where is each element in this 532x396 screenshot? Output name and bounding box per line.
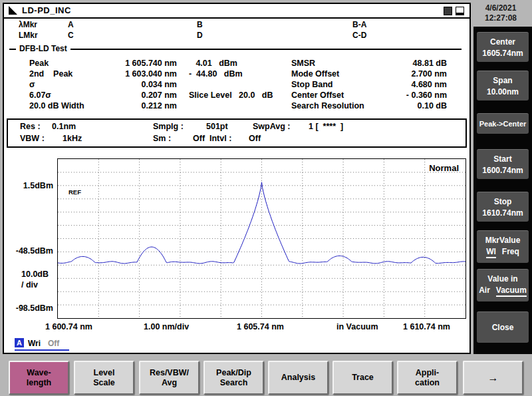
datetime-display: 4/6/2021 12:27:08	[472, 3, 529, 23]
result-wavelength: 1 605.740 nm	[90, 59, 177, 68]
maximize-icon[interactable]	[456, 7, 464, 15]
result-wavelength: 0.212 nm	[90, 101, 177, 110]
softkey-value-in[interactable]: Value in Air Vacuum	[477, 269, 529, 301]
result-wavelength: 0.034 nm	[90, 80, 177, 89]
sm-label: Sm :	[153, 134, 171, 143]
option-frequency[interactable]: Freq	[502, 247, 519, 258]
ref-level-label: REF	[68, 188, 81, 196]
result-value-right: 48.81 dB	[371, 59, 447, 68]
softkey-label: Peak->Center	[479, 120, 527, 128]
fkey-line: cation	[415, 378, 440, 388]
level-marker-label: LMkr	[19, 31, 38, 40]
result-value-right: 4.680 nm	[371, 80, 447, 89]
fkey-line: length	[27, 378, 52, 388]
softkey-value: 1605.74nm	[482, 49, 523, 58]
smplg-value: 501pt	[206, 122, 228, 131]
softkey-value: 1610.74nm	[482, 208, 523, 218]
y-axis-bottom-label: -98.5dBm	[5, 303, 53, 313]
result-label: 2nd Peak	[29, 69, 72, 79]
fkey-res-vbw-avg[interactable]: Res/VBW/ Avg	[139, 361, 200, 395]
result-label-right: Center Offset	[291, 91, 344, 100]
softkey-sidebar: Center 1605.74nm Span 10.00nm Peak->Cent…	[473, 27, 532, 354]
marker-b: B	[197, 20, 203, 29]
result-level: 4.01 dBm	[189, 59, 237, 68]
softkey-label: Stop	[494, 197, 512, 206]
app-logo-icon	[9, 6, 17, 15]
result-label: Peak	[29, 59, 49, 68]
fkey-application[interactable]: Appli- cation	[397, 361, 458, 395]
softkey-label: Value in	[487, 274, 517, 284]
x-axis-medium-label: in Vacuum	[336, 322, 378, 331]
result-label: 20.0 dB Width	[29, 101, 84, 110]
res-label: Res :	[20, 122, 41, 131]
marker-c: C	[68, 31, 74, 40]
result-label-right: Mode Offset	[291, 69, 339, 79]
fkey-line: Search	[220, 378, 248, 388]
fkey-line: Res/VBW/	[150, 368, 189, 378]
softkey-center[interactable]: Center 1605.74nm	[477, 32, 529, 62]
trace-off-label: Off	[48, 339, 59, 348]
analysis-row: 6.07σ 0.207 nm Slice Level 20.0 dB Cente…	[4, 91, 469, 101]
softkey-label: Center	[490, 37, 515, 47]
section-title: DFB-LD Test	[16, 44, 70, 53]
fkey-wavelength[interactable]: Wave- length	[9, 361, 69, 395]
y-scale-unit: / div	[21, 280, 49, 290]
result-label-right: Search Resolution	[291, 101, 364, 110]
intvl-value: Off	[249, 134, 261, 143]
x-axis-div-label: 1.00 nm/div	[144, 322, 189, 331]
fkey-analysis[interactable]: Analysis	[268, 361, 329, 395]
softkey-close[interactable]: Close	[477, 311, 529, 343]
fkey-trace[interactable]: Trace	[332, 361, 393, 395]
trace-mode-label: Normal	[429, 163, 459, 173]
softkey-peak-to-center[interactable]: Peak->Center	[477, 113, 529, 134]
swpavg-value: 1 [ **** ]	[309, 122, 343, 131]
vbw-value: 1kHz	[63, 134, 82, 143]
result-level: Slice Level 20.0 dB	[189, 91, 273, 100]
softkey-stop[interactable]: Stop 1610.74nm	[477, 192, 529, 222]
trace-write-label: Wri	[28, 339, 41, 348]
fkey-level-scale[interactable]: Level Scale	[74, 361, 134, 395]
trace-status[interactable]: A Wri Off	[15, 338, 69, 351]
fkey-line: Trace	[352, 373, 374, 383]
vbw-label: VBW :	[20, 134, 45, 143]
fkey-line: Avg	[162, 378, 177, 388]
analysis-row: σ 0.034 nm Stop Band 4.680 nm	[4, 80, 469, 91]
fkey-line: Peak/Dip	[216, 368, 251, 378]
option-vacuum[interactable]: Vacuum	[496, 286, 527, 297]
spectrum-plot: Normal REF	[57, 158, 466, 319]
acquisition-settings-box: Res : 0.1nm Smplg : 501pt SwpAvg : 1 [ *…	[7, 118, 467, 148]
y-scale-value: 10.0dB	[21, 269, 49, 280]
title-bar: LD-PD_INC	[4, 4, 469, 19]
fkey-more-arrow[interactable]: →	[463, 361, 523, 395]
trace-letter-badge: A	[15, 338, 24, 347]
x-axis-center-label: 1 605.74 nm	[237, 322, 284, 331]
x-axis-stop-label: 1 610.74 nm	[403, 322, 450, 331]
softkey-value: 1600.74nm	[482, 166, 523, 175]
result-label-right: Stop Band	[291, 80, 333, 89]
y-axis-ref-label: 1.5dBm	[5, 181, 53, 190]
sm-value: Off	[193, 134, 205, 143]
fkey-peak-dip-search[interactable]: Peak/Dip Search	[203, 361, 264, 395]
date-text: 4/6/2021	[472, 3, 529, 13]
result-wavelength: 1 603.040 nm	[90, 69, 177, 79]
result-label-right: SMSR	[291, 59, 315, 68]
result-level: - 44.80 dBm	[189, 69, 243, 79]
function-key-bar: Wave- length Level Scale Res/VBW/ Avg Pe…	[0, 355, 532, 396]
smplg-label: Smplg :	[153, 122, 184, 131]
section-divider	[9, 49, 462, 50]
result-value-right: 0.10 dB	[371, 101, 447, 110]
res-value: 0.1nm	[52, 122, 76, 131]
swpavg-label: SwpAvg :	[253, 122, 290, 131]
softkey-label: Span	[493, 76, 512, 85]
softkey-label: Close	[492, 323, 514, 332]
minimize-icon[interactable]	[444, 7, 452, 15]
fkey-line: Wave-	[27, 368, 51, 378]
marker-c-d: C-D	[352, 31, 366, 40]
option-wavelength[interactable]: Wl	[486, 247, 496, 258]
fkey-line: Appli-	[416, 368, 439, 378]
result-value-right: - 0.360 nm	[371, 91, 447, 100]
softkey-marker-value[interactable]: MkrValue Wl Freq	[477, 230, 529, 263]
option-air[interactable]: Air	[479, 286, 490, 297]
softkey-span[interactable]: Span 10.00nm	[477, 71, 529, 100]
softkey-start[interactable]: Start 1600.74nm	[477, 149, 529, 179]
